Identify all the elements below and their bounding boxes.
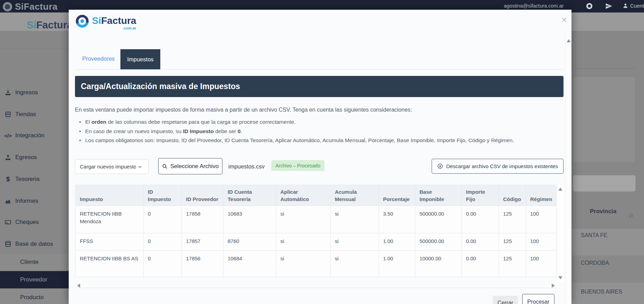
modal-logo-si: Si [92, 15, 101, 26]
table-row: RETENCION IIBB Mendoza01785810683sisi3.5… [76, 206, 557, 233]
download-csv-button[interactable]: Descargar archivo CSV de impuestos exist… [432, 159, 564, 174]
table-cell: 0 [144, 233, 182, 251]
sidebar-item-label: Integración [15, 132, 44, 139]
procesar-button[interactable]: Procesar [522, 294, 554, 304]
impuestos-table: ImpuestoID ImpuestoID ProveedorID Cuenta… [75, 185, 557, 277]
table-cell: 8760 [223, 233, 276, 251]
import-modal: SiFactura .com.ar × Proveedores Impuesto… [69, 10, 571, 304]
navbar-brand-label: SiFactura [15, 1, 58, 12]
modal-logo-domain: .com.ar [92, 26, 136, 30]
life-ring-icon[interactable] [586, 2, 593, 10]
table-cell: 17856 [182, 251, 223, 277]
scroll-left-icon[interactable] [77, 284, 80, 288]
table-cell: 1.00 [379, 251, 415, 277]
sidebar-item-label: Producto [20, 294, 44, 301]
sidebar-item-label: Cheques [15, 219, 39, 226]
download-tray-icon [4, 89, 12, 96]
table-cell: si [331, 233, 379, 251]
scroll-up-icon[interactable] [558, 188, 562, 191]
considerations-list: El orden de las columnas debe respetarse… [79, 118, 558, 145]
table-row: FFSS0178578760sisi1.00500000.000.0012510… [76, 233, 557, 251]
table-cell: 125 [499, 206, 526, 233]
user-email[interactable]: agostina@sifactura.com.ar [504, 3, 564, 9]
action-select-value: Cargar nuevos impuestos [80, 164, 136, 170]
table-cell: 100 [526, 206, 557, 233]
sidebar-item-base-de-datos[interactable]: Base de datos [0, 239, 69, 249]
table-cell: 100 [526, 251, 557, 277]
sidebar-item-label: Informes [15, 198, 38, 205]
table-row: RETENCION IIBB BS AS01785610684sisi1.001… [76, 251, 557, 277]
modal-scrollbar[interactable] [566, 36, 571, 304]
sifactura-ring-icon [3, 2, 12, 11]
sidebar-item-producto[interactable]: Producto [0, 288, 69, 304]
download-csv-label: Descargar archivo CSV de impuestos exist… [446, 163, 558, 169]
column-header: Acumula Mensual [331, 185, 379, 206]
close-icon[interactable]: × [559, 15, 569, 25]
provincia-row-label: BUENOS AIRES [581, 289, 622, 295]
page-brand-factura: Factura [36, 19, 73, 31]
sidebar-item-tiendas[interactable]: Tiendas [0, 109, 69, 120]
table-vertical-scrollbar[interactable] [557, 185, 564, 282]
modal-logo-factura: Factura [101, 15, 136, 26]
select-file-button[interactable]: Seleccione Archivo [158, 158, 222, 174]
sidebar-item-cliente[interactable]: Cliente [0, 253, 69, 271]
column-header: ID Impuesto [144, 185, 182, 206]
table-cell: si [276, 206, 331, 233]
selected-filename: impuestos.csv [228, 163, 265, 170]
table-cell: 0.00 [462, 233, 499, 251]
navbar-brand[interactable]: SiFactura [3, 1, 58, 12]
sidebar-item-label: Cliente [20, 259, 39, 266]
modal-scroll-up-icon[interactable] [567, 39, 571, 42]
provincia-row[interactable] [572, 255, 644, 283]
action-select[interactable]: Cargar nuevos impuestos [75, 159, 149, 174]
select-file-label: Seleccione Archivo [170, 163, 219, 170]
scroll-right-icon[interactable] [552, 284, 555, 288]
provincia-column-header[interactable]: Provincia [590, 208, 617, 215]
database-icon [4, 240, 12, 248]
column-header: ID Cuenta Tesorería [223, 185, 276, 206]
consideration-item: En caso de crear un nuevo impuesto, su I… [79, 127, 558, 136]
sidebar-item-cheques[interactable]: Cheques [0, 217, 69, 227]
sidebar: IngresosTiendas</>IntegraciónEgresos$Tes… [0, 31, 69, 304]
table-cell: RETENCION IIBB Mendoza [76, 206, 144, 233]
table-cell: RETENCION IIBB BS AS [76, 251, 144, 277]
sidebar-item-tesoreria[interactable]: $Tesoreria [0, 174, 69, 184]
paper-plane-icon[interactable] [605, 2, 612, 10]
sidebar-item-proveedor[interactable]: Proveedor [0, 271, 69, 288]
sidebar-item-integración[interactable]: </>Integración [0, 130, 69, 141]
table-cell: 17857 [182, 233, 223, 251]
table-cell: 17858 [182, 206, 223, 233]
table-cell: 10684 [223, 251, 276, 277]
sidebar-item-label: Ingresos [15, 89, 38, 96]
tab-proveedores[interactable]: Proveedores [82, 55, 115, 62]
account-menu[interactable]: Cuenta [622, 3, 644, 9]
table-cell: si [276, 233, 331, 251]
table-cell: FFSS [76, 233, 144, 251]
table-cell: si [331, 206, 379, 233]
table-cell: 3.50 [379, 206, 415, 233]
scroll-down-icon[interactable] [558, 276, 562, 279]
sidebar-item-informes[interactable]: Informes [0, 196, 69, 206]
sidebar-item-label: Tiendas [15, 111, 36, 118]
table-cell: 0 [144, 251, 182, 277]
provincia-row-label: CÓRDOBA [581, 260, 609, 266]
sort-arrows-icon[interactable] [628, 212, 634, 219]
sidebar-item-egresos[interactable]: Egresos [0, 152, 69, 163]
sidebar-item-ingresos[interactable]: Ingresos [0, 87, 69, 98]
sidebar-item-label: Tesoreria [15, 176, 40, 183]
cerrar-button[interactable]: Cerrar [493, 296, 518, 304]
code-icon: </> [4, 132, 12, 139]
sifactura-logo-icon [75, 14, 90, 28]
column-header: Impuesto [76, 185, 144, 206]
status-badge: Archivo – Procesado [271, 160, 324, 171]
upload-tray-icon [4, 154, 12, 161]
table-cell: 0 [144, 206, 182, 233]
background-search-input[interactable] [573, 175, 636, 192]
tab-impuestos[interactable]: Impuestos [120, 49, 160, 70]
sidebar-item-label: Proveedor [20, 276, 47, 283]
chevron-down-icon [137, 164, 142, 169]
cheque-icon [4, 218, 12, 226]
column-header: Código [499, 185, 526, 206]
table-cell: 500000.00 [415, 206, 462, 233]
provincia-row-label: SANTA FE [581, 232, 607, 238]
